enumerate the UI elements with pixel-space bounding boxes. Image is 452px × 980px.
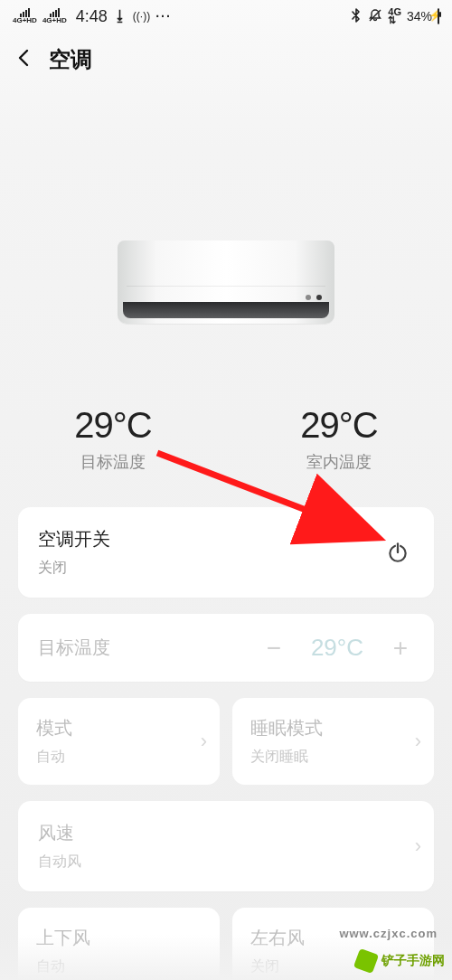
watermark-logo-icon bbox=[353, 948, 379, 974]
mode-card-title: 模式 bbox=[36, 716, 202, 740]
chevron-right-icon: › bbox=[415, 730, 421, 753]
room-temp-block: 29°C 室内温度 bbox=[300, 405, 377, 473]
battery-icon: ⚡ bbox=[438, 9, 439, 24]
signal-1-icon: 4G+HD bbox=[13, 8, 37, 24]
device-image bbox=[0, 240, 452, 324]
target-temp-card-title: 目标温度 bbox=[38, 636, 110, 660]
status-right: 4G⇅ 34% ⚡ bbox=[350, 8, 439, 25]
more-icon: ··· bbox=[155, 9, 172, 24]
download-icon: ⭳ bbox=[113, 8, 127, 24]
room-temp-label: 室内温度 bbox=[300, 451, 377, 473]
watermark-url: www.czjxc.com bbox=[339, 927, 438, 940]
temperature-readout: 29°C 目标温度 29°C 室内温度 bbox=[0, 405, 452, 473]
mode-card[interactable]: 模式 自动 › bbox=[18, 698, 220, 785]
power-card-title: 空调开关 bbox=[38, 527, 110, 551]
target-temp-card[interactable]: 目标温度 − 29°C + bbox=[18, 614, 434, 682]
nav-bar: 空调 bbox=[0, 33, 452, 87]
ac-illustration-icon bbox=[118, 240, 334, 324]
target-temp-value: 29°C bbox=[74, 405, 151, 446]
hotspot-icon: ((·)) bbox=[133, 10, 150, 23]
sleep-card-sub: 关闭睡眠 bbox=[250, 748, 416, 767]
power-button[interactable] bbox=[381, 536, 414, 569]
signal-2-icon: 4G+HD bbox=[42, 8, 67, 24]
status-left: 4G+HD 4G+HD 4:48 ⭳ ((·)) ··· bbox=[13, 7, 172, 26]
status-bar: 4G+HD 4G+HD 4:48 ⭳ ((·)) ··· 4G⇅ 34% ⚡ bbox=[0, 0, 452, 33]
network-type: 4G⇅ bbox=[388, 8, 401, 24]
watermark: www.czjxc.com 铲子手游网 bbox=[356, 951, 445, 971]
target-temp-label: 目标温度 bbox=[74, 451, 151, 473]
wind-card-sub: 自动风 bbox=[38, 853, 414, 872]
mode-card-sub: 自动 bbox=[36, 748, 202, 767]
bluetooth-icon bbox=[350, 8, 363, 25]
vwind-card-sub: 自动 bbox=[36, 957, 202, 976]
temp-stepper: − 29°C + bbox=[260, 634, 414, 662]
chevron-right-icon: › bbox=[201, 730, 207, 753]
sleep-card-title: 睡眠模式 bbox=[250, 716, 416, 740]
clock: 4:48 bbox=[76, 7, 108, 26]
room-temp-value: 29°C bbox=[300, 405, 377, 446]
power-card[interactable]: 空调开关 关闭 bbox=[18, 507, 434, 598]
temp-decrease-button[interactable]: − bbox=[260, 636, 287, 661]
watermark-brand: 铲子手游网 bbox=[381, 953, 445, 969]
sleep-card[interactable]: 睡眠模式 关闭睡眠 › bbox=[232, 698, 434, 785]
back-icon[interactable] bbox=[14, 48, 34, 71]
chevron-right-icon: › bbox=[415, 834, 421, 858]
vwind-card-title: 上下风 bbox=[36, 926, 202, 950]
temp-stepper-value: 29°C bbox=[311, 634, 363, 662]
temp-increase-button[interactable]: + bbox=[387, 636, 414, 661]
wind-card-title: 风速 bbox=[38, 821, 414, 845]
target-temp-block: 29°C 目标温度 bbox=[74, 405, 151, 473]
power-card-state: 关闭 bbox=[38, 559, 110, 578]
vwind-card[interactable]: 上下风 自动 bbox=[18, 908, 220, 980]
dnd-icon bbox=[368, 8, 382, 25]
wind-card[interactable]: 风速 自动风 › bbox=[18, 801, 434, 891]
power-icon bbox=[386, 541, 410, 564]
page-title: 空调 bbox=[49, 45, 92, 74]
